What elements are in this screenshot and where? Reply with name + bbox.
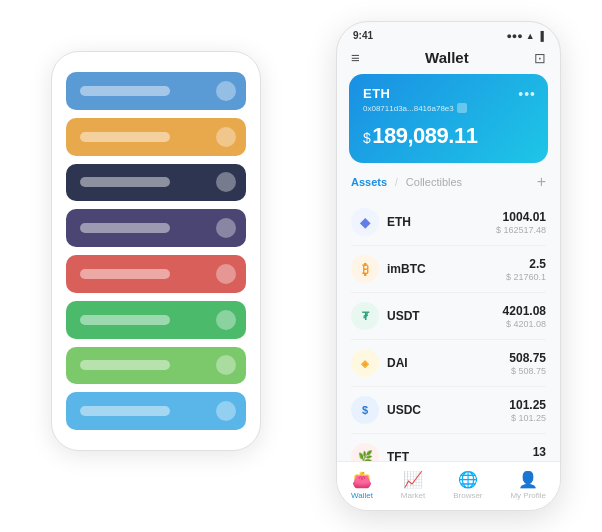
- status-bar: 9:41 ●●● ▲ ▐: [337, 22, 560, 45]
- token-amount: 2.5: [506, 257, 546, 271]
- browser-nav-label: Browser: [453, 491, 482, 500]
- token-usd: $ 101.25: [509, 413, 546, 423]
- card-label: [80, 269, 170, 279]
- market-nav-icon: 📈: [403, 470, 423, 489]
- eth-icon: ◆: [351, 208, 379, 236]
- card-icon: [216, 401, 236, 421]
- list-item[interactable]: [66, 209, 246, 247]
- token-right: 4201.08 $ 4201.08: [503, 304, 546, 329]
- token-row[interactable]: $ USDC 101.25 $ 101.25: [351, 387, 546, 434]
- page-title: Wallet: [425, 49, 469, 66]
- token-right: 1004.01 $ 162517.48: [496, 210, 546, 235]
- card-label: [80, 223, 170, 233]
- assets-tabs: Assets / Collectibles: [351, 176, 462, 188]
- add-asset-button[interactable]: +: [537, 173, 546, 191]
- list-item[interactable]: [66, 392, 246, 430]
- card-icon: [216, 81, 236, 101]
- token-left: 🌿 TFT: [351, 443, 409, 461]
- token-row[interactable]: ◈ DAI 508.75 $ 508.75: [351, 340, 546, 387]
- profile-nav-icon: 👤: [518, 470, 538, 489]
- menu-icon[interactable]: ≡: [351, 49, 360, 66]
- scene: 9:41 ●●● ▲ ▐ ≡ Wallet ⊡ ETH 0x08711d3a..…: [11, 11, 591, 521]
- token-left: ◆ ETH: [351, 208, 411, 236]
- wifi-icon: ▲: [526, 31, 535, 41]
- phone-header: ≡ Wallet ⊡: [337, 45, 560, 74]
- card-label: [80, 177, 170, 187]
- nav-wallet[interactable]: 👛 Wallet: [351, 470, 373, 500]
- nav-profile[interactable]: 👤 My Profile: [510, 470, 546, 500]
- list-item[interactable]: [66, 164, 246, 202]
- token-left: ₿ imBTC: [351, 255, 426, 283]
- token-row[interactable]: ₮ USDT 4201.08 $ 4201.08: [351, 293, 546, 340]
- token-amount: 13: [533, 445, 546, 459]
- card-icon: [216, 172, 236, 192]
- token-name: USDC: [387, 403, 421, 417]
- token-amount: 4201.08: [503, 304, 546, 318]
- nav-browser[interactable]: 🌐 Browser: [453, 470, 482, 500]
- token-left: ◈ DAI: [351, 349, 408, 377]
- token-right: 13 0: [533, 445, 546, 462]
- card-label: [80, 86, 170, 96]
- usdt-icon: ₮: [351, 302, 379, 330]
- list-item[interactable]: [66, 118, 246, 156]
- token-right: 101.25 $ 101.25: [509, 398, 546, 423]
- card-label: [80, 132, 170, 142]
- nav-market[interactable]: 📈 Market: [401, 470, 425, 500]
- list-item[interactable]: [66, 255, 246, 293]
- tab-divider: /: [395, 177, 398, 188]
- token-row[interactable]: ◆ ETH 1004.01 $ 162517.48: [351, 199, 546, 246]
- token-row[interactable]: 🌿 TFT 13 0: [351, 434, 546, 461]
- wallet-card-menu[interactable]: •••: [518, 86, 536, 102]
- card-icon: [216, 218, 236, 238]
- card-label: [80, 360, 170, 370]
- token-name: imBTC: [387, 262, 426, 276]
- tab-assets[interactable]: Assets: [351, 176, 387, 188]
- token-amount: 101.25: [509, 398, 546, 412]
- card-label: [80, 406, 170, 416]
- list-item[interactable]: [66, 72, 246, 110]
- imbtc-icon: ₿: [351, 255, 379, 283]
- wallet-balance: $189,089.11: [363, 123, 534, 149]
- card-icon: [216, 355, 236, 375]
- token-name: USDT: [387, 309, 420, 323]
- wallet-nav-icon: 👛: [352, 470, 372, 489]
- token-name: TFT: [387, 450, 409, 461]
- status-time: 9:41: [353, 30, 373, 41]
- card-label: [80, 315, 170, 325]
- battery-icon: ▐: [538, 31, 544, 41]
- wallet-coin-name: ETH: [363, 86, 534, 101]
- token-usd: $ 4201.08: [503, 319, 546, 329]
- list-item[interactable]: [66, 347, 246, 385]
- token-amount: 508.75: [509, 351, 546, 365]
- usdc-icon: $: [351, 396, 379, 424]
- token-usd: $ 162517.48: [496, 225, 546, 235]
- copy-icon[interactable]: [457, 103, 467, 113]
- tft-icon: 🌿: [351, 443, 379, 461]
- wallet-card[interactable]: ETH 0x08711d3a...8416a78e3 $189,089.11 •…: [349, 74, 548, 163]
- token-list: ◆ ETH 1004.01 $ 162517.48 ₿ imBTC 2.5 $ …: [337, 199, 560, 461]
- scan-icon[interactable]: ⊡: [534, 50, 546, 66]
- wallet-address: 0x08711d3a...8416a78e3: [363, 103, 534, 113]
- list-item[interactable]: [66, 301, 246, 339]
- card-icon: [216, 127, 236, 147]
- bg-phone: [51, 51, 261, 451]
- token-right: 2.5 $ 21760.1: [506, 257, 546, 282]
- token-right: 508.75 $ 508.75: [509, 351, 546, 376]
- token-row[interactable]: ₿ imBTC 2.5 $ 21760.1: [351, 246, 546, 293]
- wallet-nav-label: Wallet: [351, 491, 373, 500]
- status-icons: ●●● ▲ ▐: [506, 31, 544, 41]
- bottom-nav: 👛 Wallet 📈 Market 🌐 Browser 👤 My Profile: [337, 461, 560, 510]
- token-amount: 1004.01: [496, 210, 546, 224]
- tab-collectibles[interactable]: Collectibles: [406, 176, 462, 188]
- signal-icon: ●●●: [506, 31, 522, 41]
- token-usd: $ 21760.1: [506, 272, 546, 282]
- token-left: ₮ USDT: [351, 302, 420, 330]
- fg-phone: 9:41 ●●● ▲ ▐ ≡ Wallet ⊡ ETH 0x08711d3a..…: [336, 21, 561, 511]
- card-icon: [216, 310, 236, 330]
- token-usd: $ 508.75: [509, 366, 546, 376]
- market-nav-label: Market: [401, 491, 425, 500]
- profile-nav-label: My Profile: [510, 491, 546, 500]
- token-name: DAI: [387, 356, 408, 370]
- token-left: $ USDC: [351, 396, 421, 424]
- token-name: ETH: [387, 215, 411, 229]
